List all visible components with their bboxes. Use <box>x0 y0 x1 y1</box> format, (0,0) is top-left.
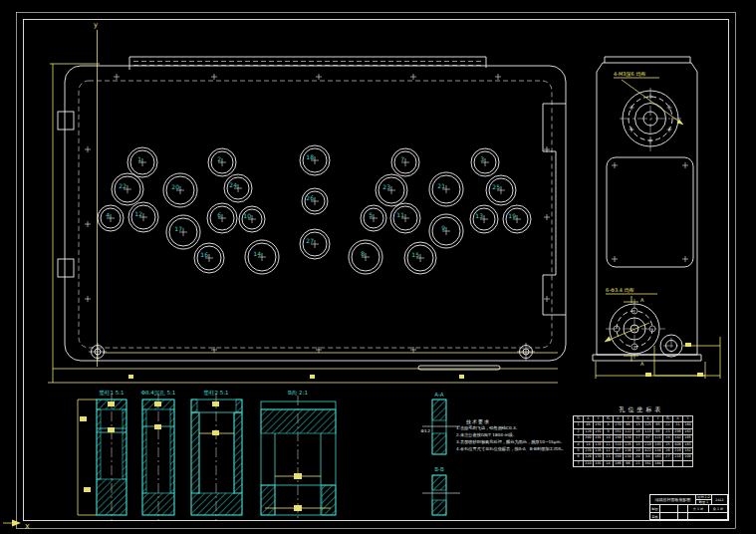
hole-marker: 13 <box>470 205 498 233</box>
hole-number: 4 <box>106 211 110 218</box>
hole-number: 6 <box>217 211 221 218</box>
hole-marker: 27 <box>300 229 330 259</box>
hole-marker: 1 <box>127 147 157 177</box>
hole-number: 18 <box>306 153 314 160</box>
hole-marker: 3 <box>471 148 499 176</box>
sheet-no-field: 第 1 张 <box>709 505 728 513</box>
hole-number: 16 <box>200 251 208 258</box>
coord-cell: 14 <box>604 460 614 466</box>
cut-bb-label: B-B <box>434 466 444 472</box>
hole-marker: 5 <box>361 205 386 231</box>
hole-marker: 2 <box>208 148 236 176</box>
hole-number: 25 <box>492 183 500 190</box>
section-marker-a-bottom: A <box>640 361 644 367</box>
hole-marker: 26 <box>302 188 328 214</box>
hole-number: 10 <box>243 212 251 219</box>
hole-marker: 16 <box>194 243 224 273</box>
hole-marker: 23 <box>376 174 407 206</box>
coord-cell: 164 <box>653 460 663 466</box>
coord-cell: 191 <box>594 460 604 466</box>
top-detail-label: 4-M3深6 均布 <box>614 71 645 78</box>
hole-marker: 6 <box>207 203 237 233</box>
hole-number: 24 <box>229 181 237 188</box>
hole-number: 13 <box>475 212 483 219</box>
coord-cell: 351 <box>643 460 653 466</box>
top-connector-detail: 4-M3深6 均布 <box>614 71 683 151</box>
cad-viewport[interactable]: y X 122220244126101716141826277323212551… <box>0 0 756 534</box>
hole-number: 12 <box>134 210 142 217</box>
hole-marker: 14 <box>245 240 279 274</box>
coord-cell: 7 <box>574 460 584 466</box>
checked-label: 审核 <box>650 513 660 521</box>
section-view-1: 垫柱1 5:1 <box>78 390 126 521</box>
material-field: 2A12 <box>712 495 728 505</box>
x-axis-label: X <box>25 523 30 531</box>
section-marker-a-top: A <box>640 297 644 303</box>
section-views: 垫柱1 5:1 Φ8.4沉孔 5:1 <box>78 390 336 521</box>
hole-marker: 11 <box>390 203 420 233</box>
drawn-label: 制图 <box>650 505 660 513</box>
cut-aa-label: A-A <box>434 392 444 398</box>
hole-number: 1 <box>137 155 141 162</box>
y-axis-label: y <box>94 21 98 29</box>
corner-hole-marker <box>89 343 107 361</box>
hole-number: 17 <box>174 225 182 232</box>
hole-marker: 21 <box>429 172 463 206</box>
hole-marker: 22 <box>112 173 143 205</box>
hole-number: 27 <box>306 237 314 244</box>
corner-hole-marker <box>517 343 535 361</box>
hole-marker: 7 <box>391 148 419 176</box>
hole-marker: 9 <box>429 214 463 248</box>
hole-number: 26 <box>306 194 314 201</box>
hole-number: 11 <box>396 211 404 218</box>
coord-cell: 21 <box>633 460 643 466</box>
cut-aa-note: Φ3.2 <box>420 428 430 433</box>
section-3-label: 垫柱2 5:1 <box>203 390 228 397</box>
coord-cell: 166 <box>614 460 624 466</box>
hole-marker: 15 <box>404 242 436 274</box>
ucs-axis: y X <box>3 21 98 531</box>
hole-number: 20 <box>171 183 179 190</box>
hole-marker: 17 <box>166 215 200 249</box>
coord-cell <box>673 460 683 466</box>
hole-marker: 18 <box>300 145 330 175</box>
hole-number: 5 <box>369 211 373 218</box>
section-1-label: 垫柱1 5:1 <box>99 390 124 397</box>
hole-number: 19 <box>508 212 516 219</box>
coord-cell: 310 <box>584 460 594 466</box>
hole-number: 2 <box>217 155 221 162</box>
coord-cell: 96 <box>624 460 633 466</box>
hole-marker: 20 <box>163 173 197 207</box>
hole-number: 8 <box>361 250 365 257</box>
side-view: 4-M3深6 均布 6-Φ3.4 均布 A A <box>593 57 720 379</box>
coord-cell <box>663 460 673 466</box>
coord-table: 孔XY孔XY孔XY孔XY1461918270961532595223116421… <box>573 415 693 467</box>
hole-number: 22 <box>119 182 126 189</box>
section-view-3: 垫柱2 5:1 <box>191 390 242 521</box>
cut-strips: A-A Φ3.2 B-B <box>420 392 460 515</box>
hole-marker: 24 <box>224 174 252 202</box>
side-small-hole <box>660 335 682 357</box>
section-view-2: Φ8.4沉孔 5:1 <box>141 390 176 521</box>
holes-layer: 1222202441261017161418262773232125511131… <box>89 145 535 361</box>
hole-number: 21 <box>437 182 445 189</box>
drawing-title: 游戏摇杆面板装配图 <box>650 495 696 505</box>
hole-number: 3 <box>480 155 484 162</box>
hole-marker: 4 <box>98 205 124 231</box>
hole-number: 9 <box>441 224 445 231</box>
bottom-detail-label: 6-Φ3.4 均布 <box>606 287 633 293</box>
section-view-4: B向 2:1 <box>261 390 336 521</box>
hole-number: 14 <box>253 250 261 257</box>
hole-number: 7 <box>400 155 404 162</box>
hole-marker: 10 <box>239 206 265 232</box>
hole-number: 15 <box>411 251 419 258</box>
coord-cell <box>683 460 693 466</box>
main-dimensions <box>48 64 558 383</box>
section-2-label: Φ8.4沉孔 5:1 <box>141 390 176 397</box>
hole-marker: 8 <box>349 240 382 274</box>
main-view: 1222202441261017161418262773232125511131… <box>58 57 566 370</box>
section-4-label: B向 2:1 <box>288 390 308 396</box>
sheet-total-field: 共 1 张 <box>688 505 709 513</box>
hole-marker: 19 <box>503 205 531 233</box>
hole-number: 23 <box>382 183 390 190</box>
